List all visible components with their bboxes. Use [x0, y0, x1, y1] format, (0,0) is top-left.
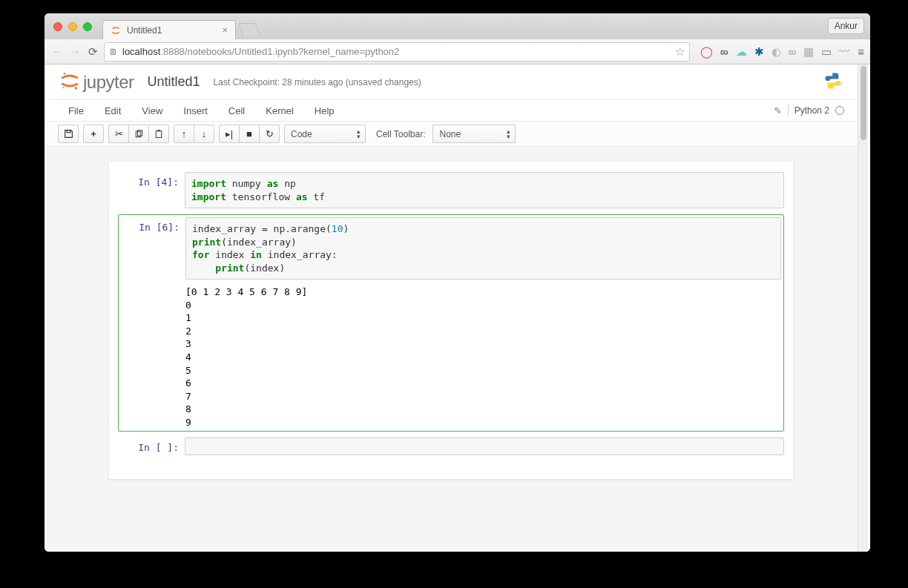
mask2-ext-icon[interactable]: ∞: [789, 45, 797, 58]
address-bar[interactable]: 🗎 localhost:8888/notebooks/Untitled1.ipy…: [104, 42, 690, 62]
notebook-toolbar: + ✂ ↑ ↓ ▸| ■ ↻ Code ▴▾: [45, 122, 858, 147]
code-cell[interactable]: In [6]: index_array = np.arange(10) prin…: [118, 214, 784, 432]
copy-button[interactable]: [128, 125, 149, 143]
page-scrollbar[interactable]: [858, 65, 868, 552]
circle-ext-icon[interactable]: ◐: [772, 45, 781, 59]
cut-copy-paste-group: ✂: [108, 125, 169, 143]
box-ext-icon[interactable]: ▦: [803, 45, 814, 59]
url-port: :8888: [160, 46, 185, 57]
mask-ext-icon[interactable]: ∞: [720, 45, 728, 58]
jupyter-wordmark: jupyter: [83, 72, 134, 93]
interrupt-button[interactable]: ■: [239, 125, 260, 143]
maximize-window-button[interactable]: [83, 22, 92, 31]
browser-tab-strip: Untitled1 × Ankur: [45, 13, 870, 39]
svg-rect-8: [156, 131, 162, 137]
cell-output: [0 1 2 3 4 5 6 7 8 9] 0 1 2 3 4 5 6 7 8 …: [185, 280, 781, 429]
code-input[interactable]: index_array = np.arange(10) print(index_…: [185, 217, 781, 280]
save-button[interactable]: [58, 125, 79, 143]
extension-icons: ◯ ∞ ☁ ✱ ◐ ∞ ▦ ▭ 〰 ≡: [700, 45, 864, 59]
menu-file[interactable]: File: [58, 102, 94, 119]
code-input[interactable]: import numpy as np import tensorflow as …: [185, 172, 784, 208]
run-button[interactable]: ▸|: [219, 125, 240, 143]
menu-kernel[interactable]: Kernel: [255, 102, 304, 119]
kernel-status-icon: [835, 106, 844, 115]
chevron-updown-icon: ▴▾: [357, 129, 361, 139]
browser-toolbar: ← → ⟳ 🗎 localhost:8888/notebooks/Untitle…: [45, 39, 870, 65]
code-cell[interactable]: In [4]: import numpy as np import tensor…: [118, 172, 784, 208]
input-prompt: In [ ]:: [118, 437, 185, 455]
add-cell-button[interactable]: +: [83, 125, 104, 143]
close-tab-icon[interactable]: ×: [222, 24, 228, 36]
cut-button[interactable]: ✂: [108, 125, 129, 143]
menu-view[interactable]: View: [131, 102, 173, 119]
new-tab-button[interactable]: [238, 23, 261, 36]
browser-window: Untitled1 × Ankur ← → ⟳ 🗎 localhost:8888…: [45, 13, 870, 552]
notebook-title[interactable]: Untitled1: [148, 74, 200, 90]
python-logo-icon: [823, 71, 843, 93]
site-info-icon[interactable]: 🗎: [109, 47, 118, 57]
jupyter-page: jupyter Untitled1 Last Checkpoint: 28 mi…: [45, 65, 858, 552]
url-host: localhost: [122, 46, 160, 57]
move-cell-group: ↑ ↓: [174, 125, 214, 143]
forward-button[interactable]: →: [68, 45, 82, 59]
cell-type-select[interactable]: Code ▴▾: [284, 125, 366, 143]
svg-point-1: [75, 87, 78, 90]
notebook-area: In [4]: import numpy as np import tensor…: [45, 147, 858, 552]
ghost-ext-icon[interactable]: ☁: [736, 45, 747, 59]
cell-toolbar-select[interactable]: None ▴▾: [432, 125, 516, 143]
checkpoint-status: Last Checkpoint: 28 minutes ago (unsaved…: [214, 77, 421, 87]
code-cell[interactable]: In [ ]:: [118, 437, 784, 455]
restart-button[interactable]: ↻: [259, 125, 280, 143]
run-group: ▸| ■ ↻: [219, 125, 280, 143]
wave-ext-icon[interactable]: 〰: [839, 45, 850, 58]
move-up-button[interactable]: ↑: [174, 125, 194, 143]
jupyter-logo[interactable]: jupyter: [59, 70, 134, 93]
code-input[interactable]: [185, 437, 784, 455]
notebook-header: jupyter Untitled1 Last Checkpoint: 28 mi…: [45, 65, 858, 99]
opera-ext-icon[interactable]: ◯: [700, 45, 713, 59]
chrome-menu-icon[interactable]: ≡: [858, 45, 864, 58]
svg-point-3: [831, 74, 832, 76]
cell-toolbar-value: None: [439, 129, 461, 139]
input-prompt: In [6]:: [121, 217, 185, 280]
move-down-button[interactable]: ↓: [194, 125, 214, 143]
jupyter-mark-icon: [59, 70, 80, 93]
chevron-updown-icon: ▴▾: [507, 129, 510, 139]
reload-button[interactable]: ⟳: [86, 45, 99, 59]
notebook-container[interactable]: In [4]: import numpy as np import tensor…: [109, 162, 793, 479]
window-controls: [53, 22, 92, 31]
notebook-menubar: File Edit View Insert Cell Kernel Help ✎…: [45, 99, 858, 122]
paste-button[interactable]: [148, 125, 169, 143]
jupyter-favicon: [111, 25, 121, 36]
profile-button[interactable]: Ankur: [828, 18, 864, 34]
cell-toolbar-label: Cell Toolbar:: [376, 129, 425, 139]
menu-help[interactable]: Help: [304, 102, 345, 119]
menu-insert[interactable]: Insert: [173, 102, 218, 119]
tab-title: Untitled1: [127, 25, 216, 36]
url-path: /notebooks/Untitled1.ipynb?kernel_name=p…: [185, 46, 399, 57]
menu-edit[interactable]: Edit: [94, 102, 131, 119]
svg-point-4: [834, 86, 835, 87]
svg-point-0: [64, 73, 66, 75]
svg-rect-5: [67, 131, 70, 133]
kernel-name[interactable]: Python 2: [794, 105, 829, 116]
menu-cell[interactable]: Cell: [218, 102, 255, 119]
bookmark-star-icon[interactable]: ☆: [675, 45, 685, 59]
atom-ext-icon[interactable]: ✱: [754, 45, 764, 59]
page-content: jupyter Untitled1 Last Checkpoint: 28 mi…: [45, 65, 870, 552]
input-prompt: In [4]:: [118, 172, 185, 208]
separator: [788, 105, 789, 116]
svg-rect-9: [158, 130, 160, 131]
edit-mode-icon[interactable]: ✎: [774, 105, 782, 116]
svg-point-2: [62, 87, 64, 88]
cell-type-value: Code: [291, 129, 312, 139]
devices-ext-icon[interactable]: ▭: [821, 45, 832, 59]
close-window-button[interactable]: [53, 22, 62, 31]
browser-tab[interactable]: Untitled1 ×: [102, 20, 236, 39]
minimize-window-button[interactable]: [68, 22, 77, 31]
back-button[interactable]: ←: [50, 45, 64, 59]
scrollbar-thumb[interactable]: [861, 66, 866, 140]
